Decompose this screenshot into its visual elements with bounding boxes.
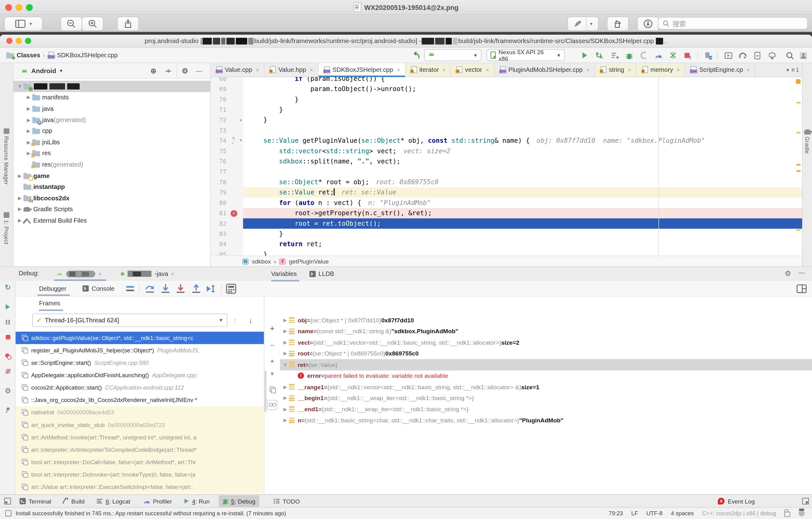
show-execution-point-icon[interactable] — [125, 284, 136, 294]
tab-lldb[interactable]: LLDB — [309, 270, 335, 277]
share-button[interactable] — [117, 17, 139, 31]
stop-button[interactable] — [0, 332, 16, 342]
debug-settings-gear-icon[interactable]: ⚙ — [785, 269, 791, 277]
force-step-into-icon[interactable] — [175, 284, 186, 294]
step-into-icon[interactable] — [160, 284, 171, 294]
attach-debugger-button[interactable] — [638, 50, 649, 61]
toolwindow-stripes-toggle-icon[interactable] — [4, 498, 11, 505]
apply-code-changes-button[interactable] — [609, 50, 620, 61]
frame-row[interactable]: nativeInit 0x000000008ace4d53 — [16, 406, 264, 419]
code-line-71[interactable]: 71 } — [211, 105, 802, 115]
warning-stripe-mark[interactable] — [796, 229, 801, 231]
warning-stripe-mark[interactable] — [796, 170, 801, 172]
frame-row[interactable]: register_all_PluginAdMobJS_helper(se::Ob… — [16, 344, 264, 357]
debug-button[interactable] — [624, 50, 635, 61]
annotate-button[interactable] — [637, 17, 659, 31]
frame-row[interactable]: bool art::interpreter::DoInvoke<(art::In… — [16, 468, 264, 481]
code-line-78[interactable]: 78 se::Object* root = obj;root: 0x869755… — [211, 177, 802, 187]
variable-row-name[interactable]: ▶name = {const std::__ndk1::string &} "s… — [280, 326, 812, 337]
tree-item-java[interactable]: ▶✻java (generated) — [13, 114, 210, 125]
tab-string[interactable]: Hstring× — [595, 63, 636, 77]
code-line-81[interactable]: 81✓ root->getProperty(n.c_str(), &ret); — [211, 208, 802, 218]
search-field[interactable]: 搜索 — [658, 17, 808, 29]
code-line-79[interactable]: 79 se::Value ret;ret: se::Value — [211, 187, 802, 197]
avd-manager-button[interactable] — [752, 50, 763, 61]
rotate-button[interactable] — [607, 17, 629, 31]
tab-variables[interactable]: Variables — [271, 270, 297, 277]
tree-item-instantapp[interactable]: instantapp — [13, 181, 210, 192]
variable-row-error[interactable]: !error = parent failed to evaluate: vari… — [280, 370, 812, 381]
tab-value-hpp[interactable]: HValue.hpp× — [264, 63, 318, 77]
code-line-68[interactable]: 68 if (param.isObject()) { — [211, 77, 802, 84]
tab-value-cpp[interactable]: C++Value.cpp× — [211, 63, 264, 77]
avatar[interactable] — [798, 50, 809, 61]
breakpoint-icon[interactable]: ✓ — [231, 210, 237, 217]
tab-memory[interactable]: Hmemory× — [636, 63, 685, 77]
sdk-manager-button[interactable] — [766, 50, 778, 61]
run-configuration-selector[interactable]: ▼ — [424, 49, 482, 61]
breadcrumb-classes[interactable]: Classes — [17, 52, 40, 59]
markup-pen-button[interactable]: ▾ — [568, 17, 599, 31]
hector-settings-icon[interactable] — [799, 510, 805, 517]
frame-row[interactable]: cocos2d::Application::start() CCApplicat… — [16, 381, 264, 394]
variable-row-vect[interactable]: ▶vect = {std::__ndk1::vector<std::__ndk1… — [280, 337, 812, 348]
mute-breakpoints-button[interactable] — [0, 366, 16, 376]
toolwindow-button-profiler[interactable]: Profiler — [140, 495, 176, 507]
sidebar-toggle-button[interactable]: ▾ — [4, 17, 42, 31]
code-line-75[interactable]: 75 std::vector<std::string> vect;vect: s… — [211, 146, 802, 156]
variable-row-obj[interactable]: ▶obj = {se::Object * | 0x87f7dd10} 0x87f… — [280, 315, 812, 326]
tab-scriptengine-cp[interactable]: C++ScriptEngine.cp× — [685, 63, 755, 77]
tab-console[interactable]: Console — [82, 281, 114, 296]
tab-sdkboxjshelper-cpp[interactable]: C++SDKBoxJSHelper.cpp× — [318, 63, 405, 77]
line-ending[interactable]: LF — [631, 510, 638, 517]
frame-row[interactable]: ::Java_org_cocos2dx_lib_Cocos2dxRenderer… — [16, 394, 264, 406]
variable-row--begin1[interactable]: ▶__begin1 = {std::__ndk1::__wrap_iter<st… — [280, 392, 812, 403]
code-line-83[interactable]: 83 } — [211, 229, 802, 239]
frame-row[interactable]: se::ScriptEngine::start() ScriptEngine.c… — [16, 357, 264, 369]
indent-setting[interactable]: 4 spaces — [671, 510, 694, 517]
code-line-74[interactable]: 74↰↓▾se::Value getPluginValue(se::Object… — [211, 135, 802, 146]
back-navigation-button[interactable] — [411, 50, 423, 61]
variable-row--end1[interactable]: ▶__end1 = {std::__ndk1::__wrap_iter<std:… — [280, 403, 812, 415]
pin-button[interactable] — [0, 405, 16, 415]
thread-selector[interactable]: ✓ Thread-16-[GLThread 624] ▼ — [32, 314, 228, 327]
hide-debug-panel-icon[interactable]: — — [799, 269, 805, 276]
inspection-indicator[interactable] — [796, 79, 801, 84]
caret-position[interactable]: 79:23 — [609, 510, 623, 517]
show-watches-button[interactable]: OO — [264, 399, 280, 410]
tree-item-jnilibs[interactable]: ▶jniLibs — [13, 136, 210, 148]
code-editor[interactable]: 68 if (param.isObject()) {69 param.toObj… — [211, 77, 802, 255]
close-icon[interactable]: × — [171, 271, 174, 277]
evaluate-expression-icon[interactable] — [226, 284, 236, 294]
pause-button[interactable] — [0, 317, 16, 327]
toolwindow-button-todo[interactable]: TODO — [270, 495, 303, 507]
rerun-button[interactable]: ↻ — [0, 282, 16, 292]
tree-item-external-build-files[interactable]: ▶External Build Files — [13, 215, 210, 226]
move-watch-down-button[interactable]: ▼ — [264, 368, 280, 379]
run-button[interactable] — [579, 50, 590, 61]
debug-settings-gear-button[interactable]: ⚙ — [0, 386, 16, 396]
code-line-80[interactable]: 80 for (auto n : vect) {n: "PluginAdMob" — [211, 197, 802, 208]
tree-item-java[interactable]: ▶java — [13, 103, 210, 114]
breadcrumb-file[interactable]: SDKBoxJSHelper.cpp — [57, 52, 118, 59]
tree-item-cpp[interactable]: ▶cpp — [13, 125, 210, 136]
variable-row-ret[interactable]: ▼ret = {se::Value} — [280, 359, 812, 370]
status-window-icon[interactable] — [5, 510, 11, 517]
tree-item-gradle-scripts[interactable]: ▶Gradle Scripts — [13, 204, 210, 215]
readonly-lock-icon[interactable] — [784, 512, 790, 517]
remove-watch-button[interactable]: − — [264, 339, 280, 350]
hide-panel-icon[interactable]: — — [196, 67, 202, 74]
frame-row[interactable]: art::JValue art::interpreter::ExecuteSwi… — [16, 481, 264, 493]
resume-button[interactable] — [0, 302, 16, 312]
close-icon[interactable]: × — [98, 271, 102, 277]
gradle-sync-button[interactable] — [737, 50, 749, 61]
code-line-84[interactable]: 84 return ret; — [211, 239, 802, 249]
code-line-77[interactable]: 77 — [211, 166, 802, 177]
warning-stripe-mark[interactable] — [796, 132, 801, 133]
zoom-out-button[interactable] — [60, 17, 82, 31]
tab-pluginadmobjshelper-cpp[interactable]: C++PluginAdMobJSHelper.cpp× — [494, 63, 595, 77]
warning-stripe-mark[interactable] — [796, 102, 801, 103]
frames-scrollbar[interactable] — [264, 370, 266, 412]
step-out-icon[interactable] — [191, 284, 201, 294]
frame-row[interactable]: art::interpreter::ArtInterpreterToCompil… — [16, 444, 264, 456]
